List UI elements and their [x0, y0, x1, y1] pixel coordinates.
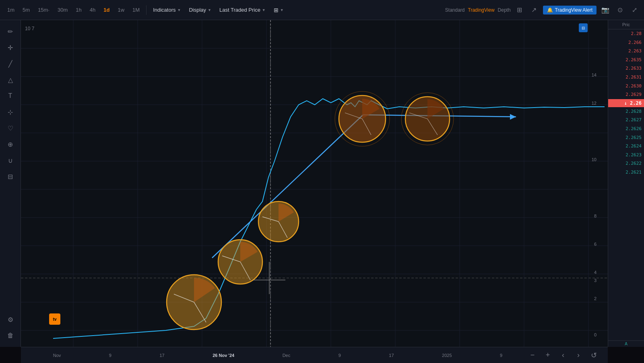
svg-text:6: 6 [594, 242, 597, 247]
price-22622: 2.2622 [608, 159, 644, 168]
svg-text:0: 0 [594, 332, 597, 337]
last-traded-price-dropdown[interactable]: Last Traded Price ▼ [216, 5, 269, 15]
tv-alert-icon: 🔔 [547, 7, 553, 13]
bottom-controls: − + ‹ › ↺ [526, 349, 600, 361]
price-22630: 2.2630 [608, 82, 644, 91]
timeline-17b: 17 [389, 353, 394, 358]
settings-tool[interactable]: ⚙ [3, 312, 18, 327]
price-22633: 2.2633 [608, 64, 644, 73]
tv-logo: tv [49, 313, 60, 325]
heart-tool[interactable]: ♡ [3, 121, 18, 135]
zoom-tool[interactable]: ⊕ [3, 137, 18, 151]
current-price-badge: ↓ 2.26 [608, 99, 644, 107]
svg-text:12: 12 [592, 101, 597, 106]
price-22629: 2.2629 [608, 90, 644, 99]
toolbar-right: Standard TradingView Depth ⊞ ↗ 🔔 Trading… [445, 4, 640, 16]
timeframe-4h[interactable]: 4h [87, 5, 99, 15]
chart-area: 14 12 10 8 6 4 3 2 0 10 7 tv ⊟ [21, 20, 608, 347]
fullscreen-icon[interactable]: ⤢ [629, 4, 640, 16]
right-price-panel: Pric 2.28 2.266 2.263 2.2635 2.2633 2.26… [608, 20, 644, 347]
zoom-out-btn[interactable]: − [526, 349, 539, 361]
price-panel-title: Pric [608, 20, 644, 29]
svg-text:4: 4 [594, 270, 597, 275]
timeframe-1m[interactable]: 1m [4, 5, 18, 15]
svg-text:10: 10 [592, 157, 597, 162]
price-2263: 2.263 [608, 47, 644, 56]
timeframe-1d[interactable]: 1d [100, 5, 113, 15]
timeframe-1w[interactable]: 1w [114, 5, 128, 15]
timeline-dec: Dec [283, 353, 291, 358]
indicator-badge[interactable]: ⊟ [579, 23, 588, 32]
camera-icon[interactable]: 📷 [600, 4, 611, 16]
ltp-arrow: ▼ [262, 8, 266, 12]
svg-text:8: 8 [594, 214, 597, 218]
settings-arrow-icon[interactable]: ↗ [528, 4, 540, 16]
toolbar: 1m 5m 15m· 30m 1h 4h 1d 1w 1M Indicators… [0, 0, 644, 20]
candle-type-dropdown[interactable]: ⊞ ▼ [270, 5, 287, 15]
price-22626: 2.2626 [608, 124, 644, 133]
timeframe-5m[interactable]: 5m [19, 5, 33, 15]
scroll-left-btn[interactable]: ‹ [557, 349, 569, 361]
price-22627: 2.2627 [608, 116, 644, 124]
bottom-bar: Nov 9 17 26 Nov '24 Dec 9 17 2025 9 − + … [21, 347, 608, 363]
timeframe-15m[interactable]: 15m· [35, 5, 53, 15]
timeframe-1M[interactable]: 1M [129, 5, 143, 15]
price-22628: 2.2628 [608, 107, 644, 116]
svg-text:10  7: 10 7 [25, 26, 35, 31]
tv-alert-button[interactable]: 🔔 TradingView Alert [543, 6, 597, 15]
price-228: 2.28 [608, 29, 644, 38]
magnet-tool[interactable]: ∪ [3, 153, 18, 168]
timeline-2025: 2025 [442, 353, 452, 358]
price-2266: 2.266 [608, 38, 644, 47]
zoom-in-btn[interactable]: + [542, 349, 554, 361]
share-icon[interactable]: ⊙ [614, 4, 625, 16]
timeline-26nov: 26 Nov '24 [213, 353, 234, 358]
layout-icon[interactable]: ⊞ [514, 4, 525, 16]
trash-tool[interactable]: 🗑 [3, 328, 18, 343]
timeline-9b: 9 [339, 353, 341, 358]
svg-text:14: 14 [592, 73, 597, 77]
timeline-9c: 9 [500, 353, 502, 358]
depth-label[interactable]: Depth [498, 7, 511, 13]
timeframe-30m[interactable]: 30m [54, 5, 71, 15]
measure-tool[interactable]: ⊹ [3, 105, 18, 119]
tv-watermark: tv [49, 313, 60, 325]
divider-1 [146, 5, 147, 15]
scroll-right-btn[interactable]: › [572, 349, 584, 361]
price-22631: 2.2631 [608, 73, 644, 82]
svg-text:3: 3 [594, 278, 597, 283]
price-22623: 2.2623 [608, 151, 644, 160]
shape-tool[interactable]: △ [3, 73, 18, 87]
timeframe-1h[interactable]: 1h [72, 5, 85, 15]
price-22635: 2.2635 [608, 56, 644, 64]
ruler-tool[interactable]: ⊟ [3, 169, 18, 184]
display-arrow: ▼ [208, 8, 211, 12]
indicators-arrow: ▼ [178, 8, 181, 12]
timeline-nov: Nov [53, 353, 61, 358]
crosshair-tool[interactable]: ✛ [3, 40, 18, 55]
indicators-dropdown[interactable]: Indicators ▼ [150, 5, 184, 15]
left-sidebar: ✏ ✛ ╱ △ T ⊹ ♡ ⊕ ∪ ⊟ ⚙ 🗑 [0, 20, 21, 347]
candle-arrow: ▼ [280, 8, 284, 12]
svg-text:2: 2 [594, 296, 597, 301]
chart-svg: 14 12 10 8 6 4 3 2 0 10 7 [21, 20, 608, 347]
timeline-labels: Nov 9 17 26 Nov '24 Dec 9 17 2025 9 [29, 353, 526, 358]
timeline-17: 17 [159, 353, 164, 358]
display-dropdown[interactable]: Display ▼ [186, 5, 215, 15]
price-panel-footer: A [608, 340, 644, 347]
timeline-9: 9 [109, 353, 111, 358]
price-22621: 2.2621 [608, 168, 644, 177]
price-22624: 2.2624 [608, 142, 644, 151]
standard-label[interactable]: Standard [445, 7, 465, 13]
price-22625: 2.2625 [608, 133, 644, 142]
line-tool[interactable]: ╱ [3, 56, 18, 71]
tradingview-mode-label[interactable]: TradingView [468, 7, 495, 13]
svg-rect-0 [21, 20, 608, 347]
reset-view-btn[interactable]: ↺ [588, 349, 600, 361]
text-tool[interactable]: T [3, 89, 18, 103]
pencil-tool[interactable]: ✏ [3, 24, 18, 39]
